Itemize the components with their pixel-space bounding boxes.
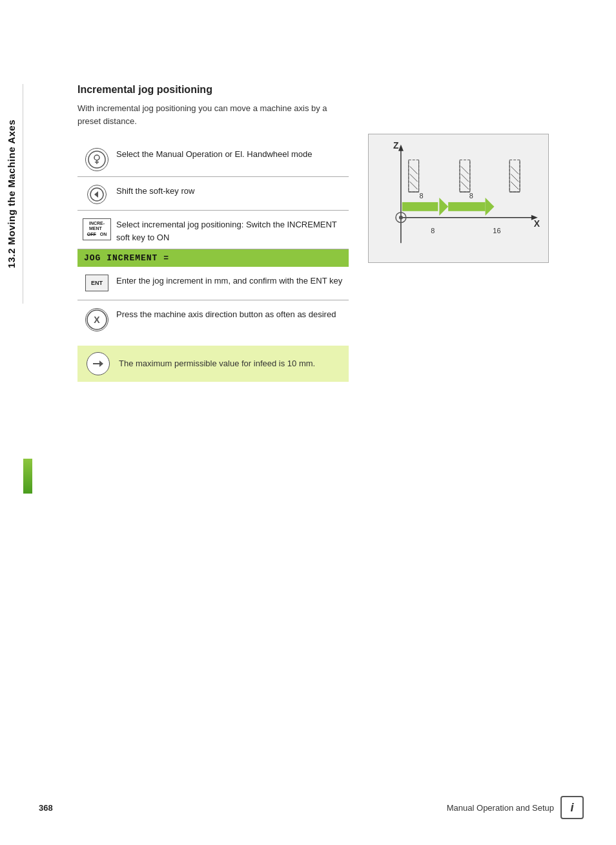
svg-text:Z: Z: [393, 140, 399, 151]
svg-rect-10: [369, 134, 548, 262]
svg-marker-9: [99, 360, 103, 367]
jog-increment-bar: JOG INCREMENT =: [77, 249, 349, 267]
axis-direction-icon: X: [85, 308, 108, 331]
arrow-right-svg: [90, 356, 106, 371]
ent-key-icon: ENT: [85, 275, 108, 291]
step-desc-2: Shift the soft-key row: [116, 182, 349, 198]
side-tab-label: 13.2 Moving the Machine Axes: [6, 120, 17, 268]
note-arrow-icon: [87, 352, 110, 375]
note-text: The maximum permissible value for infeed…: [119, 357, 315, 370]
note-box: The maximum permissible value for infeed…: [77, 346, 349, 382]
footer-right: Manual Operation and Setup i: [447, 796, 584, 819]
green-accent-bar: [23, 459, 32, 494]
page-number: 368: [39, 803, 53, 813]
info-icon: i: [570, 801, 573, 815]
svg-text:16: 16: [493, 227, 500, 235]
svg-text:8: 8: [431, 227, 435, 235]
step-icon-1: [77, 145, 116, 171]
x-circle-svg: X: [86, 309, 108, 331]
shift-softkey-icon: [87, 185, 107, 204]
diagram-box: Z X: [368, 134, 549, 263]
step-icon-4: ENT: [77, 272, 116, 291]
footer: 368 Manual Operation and Setup i: [0, 796, 616, 819]
svg-point-0: [88, 151, 105, 168]
svg-text:8: 8: [469, 192, 473, 200]
manual-op-svg: [87, 150, 107, 169]
manual-operation-icon: [85, 148, 108, 171]
steps-list: Select the Manual Operation or El. Handw…: [77, 140, 349, 382]
step-row: X Press the machine axis direction butto…: [77, 300, 349, 337]
side-tab: 13.2 Moving the Machine Axes: [0, 84, 23, 304]
steps-area: Select the Manual Operation or El. Handw…: [77, 140, 588, 382]
svg-point-1: [94, 155, 99, 160]
increment-softkey-icon: INCRE-MENT OFF ON: [83, 218, 111, 240]
svg-rect-40: [402, 202, 438, 211]
page-title: Incremental jog positioning: [77, 84, 588, 96]
step-icon-3: INCRE-MENT OFF ON: [77, 216, 116, 240]
main-content: Incremental jog positioning With increme…: [32, 0, 613, 421]
step-desc-4: Enter the jog increment in mm, and confi…: [116, 272, 349, 287]
svg-marker-5: [94, 191, 98, 198]
step-row: ENT Enter the jog increment in mm, and c…: [77, 267, 349, 300]
svg-rect-42: [448, 202, 485, 211]
step-row: INCRE-MENT OFF ON Select incremental jog…: [77, 211, 349, 249]
step-desc-1: Select the Manual Operation or El. Handw…: [116, 145, 349, 161]
step-icon-5: X: [77, 306, 116, 331]
step-desc-5: Press the machine axis direction button …: [116, 306, 349, 321]
info-badge: i: [560, 796, 584, 819]
diagram-svg: Z X: [369, 134, 548, 262]
step-row: Shift the soft-key row: [77, 177, 349, 211]
step-icon-2: [77, 182, 116, 204]
svg-text:X: X: [94, 315, 100, 325]
step-desc-3: Select incremental jog positioning: Swit…: [116, 216, 349, 244]
footer-text: Manual Operation and Setup: [447, 803, 554, 813]
diagram-area: Z X: [368, 134, 549, 263]
svg-point-39: [399, 216, 403, 220]
arrow-left-svg: [89, 187, 105, 202]
svg-text:8: 8: [420, 192, 424, 200]
step-row: Select the Manual Operation or El. Handw…: [77, 140, 349, 177]
intro-text: With incremental jog positioning you can…: [77, 102, 349, 127]
svg-text:X: X: [534, 218, 540, 229]
